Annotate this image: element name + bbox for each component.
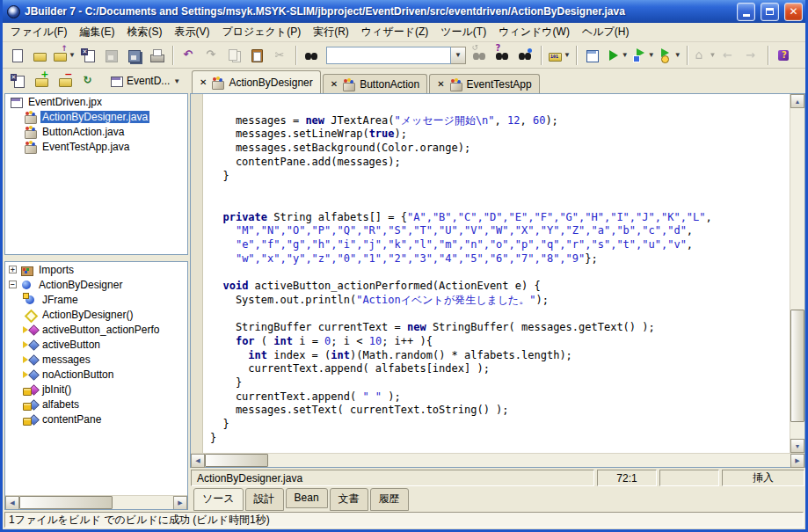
project-tree-item[interactable]: EventDriven.jpx [5,94,187,109]
structure-tree-item[interactable]: jbInit() [5,382,187,397]
project-close-project-button[interactable] [6,69,29,92]
project-tree-item[interactable]: EventTestApp.java [5,139,187,154]
menu-edit[interactable]: 編集(E) [73,23,120,41]
view-tab-文書[interactable]: 文書 [330,488,368,511]
editor-tab-ActionByDesigner[interactable]: ✕ActionByDesigner [192,70,321,93]
scroll-thumb[interactable] [205,454,268,467]
chevron-down-icon[interactable]: ▼ [648,51,655,59]
view-tab-設計[interactable]: 設計 [245,488,284,511]
javaclass-icon [210,76,225,90]
toolbar-help-book-button[interactable] [773,44,796,67]
field-icon [23,368,38,382]
structure-tree-item[interactable]: noActionButton [5,367,187,382]
project-tree-item[interactable]: ButtonAction.java [5,124,187,139]
structure-tree-item[interactable]: contentPane [5,412,187,426]
restore-button[interactable] [761,3,779,21]
menu-run[interactable]: 実行(R) [307,23,355,41]
combo-dropdown-button[interactable]: ▼ [451,47,466,64]
chevron-down-icon[interactable]: ▼ [69,51,76,59]
toolbar-reopen-button[interactable]: ▼ [51,44,77,67]
close-button[interactable]: ✕ [784,3,803,21]
project-tree-item-label: ActionByDesigner.java [40,111,149,123]
toolbar-new-file-button[interactable] [5,44,28,67]
toolbar-paste-button[interactable] [246,44,269,67]
structure-tree-item[interactable]: activeButton [5,337,187,352]
project-selector-label: EventD... [127,75,170,87]
expand-icon[interactable]: + [9,266,17,273]
structure-horizontal-scrollbar[interactable]: ◀ ▶ [5,495,187,509]
menu-help[interactable]: ヘルプ(H) [576,23,636,41]
scroll-track[interactable] [113,496,173,509]
toolbar-project-props-button[interactable] [581,44,604,67]
menu-search[interactable]: 検索(S) [120,23,168,41]
view-tab-履歴[interactable]: 履歴 [370,488,409,511]
toolbar-open-file-button[interactable] [28,44,51,67]
scroll-track[interactable] [790,108,804,439]
editor-vertical-scrollbar[interactable]: ▲ ▼ [790,94,804,453]
scroll-left-icon[interactable]: ◀ [191,454,205,468]
structure-tree-item[interactable]: activeButton_actionPerfo [5,322,187,337]
chevron-down-icon[interactable]: ▼ [622,51,629,59]
save-icon [104,48,119,62]
toolbar-search-help-button[interactable] [491,44,514,67]
scroll-up-icon[interactable]: ▲ [790,94,804,108]
toolbar-search-path-button[interactable] [514,44,537,67]
toolbar-run-button[interactable]: ▼ [604,44,630,67]
menu-wizard[interactable]: ウィザード(Z) [355,23,434,41]
code-segment: for [236,335,255,347]
chevron-down-icon[interactable]: ▼ [173,77,180,85]
structure-tree-item[interactable]: JFrame [5,292,187,307]
chevron-down-icon[interactable]: ▼ [710,51,717,59]
collapse-icon[interactable]: − [9,281,17,288]
menu-view[interactable]: 表示(V) [168,23,215,41]
search-input[interactable] [326,47,451,64]
structure-tree-item[interactable]: alfabets [5,397,187,412]
editor-tab-EventTestApp[interactable]: ✕EventTestApp [429,74,539,93]
structure-tree-item[interactable]: +Imports [5,262,187,277]
toolbar-undo-button[interactable] [178,44,200,67]
close-tab-icon[interactable]: ✕ [200,78,207,87]
window-title: JBuilder 7 - C:/Documents and Settings/m… [25,5,732,18]
toolbar-make-button[interactable]: ▼ [546,44,572,67]
panel-splitter[interactable] [4,255,188,261]
chevron-down-icon[interactable]: ▼ [564,51,571,59]
scroll-thumb[interactable] [790,310,804,422]
editor-tab-ButtonAction[interactable]: ✕ButtonAction [323,74,427,93]
scroll-thumb[interactable] [19,496,113,509]
editor-horizontal-scrollbar[interactable]: ◀ ▶ [191,453,804,467]
minimize-button[interactable] [737,3,755,21]
structure-tree-item[interactable]: −ActionByDesigner [5,277,187,292]
view-tab-Bean[interactable]: Bean [286,488,328,508]
structure-tree-item[interactable]: messages [5,352,187,367]
menu-tools[interactable]: ツール(T) [434,23,492,41]
project-refresh-button[interactable] [77,69,100,92]
view-tab-ソース[interactable]: ソース [193,488,244,511]
toolbar-profile-button[interactable]: ▼ [657,44,683,67]
menu-project[interactable]: プロジェクト(P) [215,23,307,41]
project-remove-file-button[interactable] [54,69,76,92]
code-line [210,183,788,197]
toolbar-print-button[interactable] [146,44,169,67]
close-tab-icon[interactable]: ✕ [331,80,338,89]
structure-tree-item[interactable]: ActionByDesigner() [5,307,187,322]
toolbar-save-all-button[interactable] [123,44,146,67]
close-tab-icon[interactable]: ✕ [437,80,444,89]
project-selector[interactable]: EventD...▼ [106,72,183,90]
field-icon [23,353,38,367]
menu-window[interactable]: ウィンドウ(W) [492,23,576,41]
toolbar-close-file-button[interactable] [77,44,100,67]
project-add-file-button[interactable] [30,69,53,92]
scroll-down-icon[interactable]: ▼ [790,439,804,453]
title-bar[interactable]: JBuilder 7 - C:/Documents and Settings/m… [3,0,805,23]
scroll-left-icon[interactable]: ◀ [5,496,19,510]
scroll-track[interactable] [268,454,790,467]
project-tree-item[interactable]: ActionByDesigner.java [5,109,187,124]
scroll-right-icon[interactable]: ▶ [790,454,804,468]
code-area[interactable]: messages = new JTextArea("メッセージ開始\n", 12… [203,94,790,453]
chevron-down-icon[interactable]: ▼ [674,51,681,59]
toolbar-search-button[interactable] [301,44,324,67]
undo-icon [181,48,196,62]
toolbar-debug-button[interactable]: ▼ [630,44,657,67]
scroll-right-icon[interactable]: ▶ [173,496,187,510]
menu-file[interactable]: ファイル(F) [4,23,73,41]
